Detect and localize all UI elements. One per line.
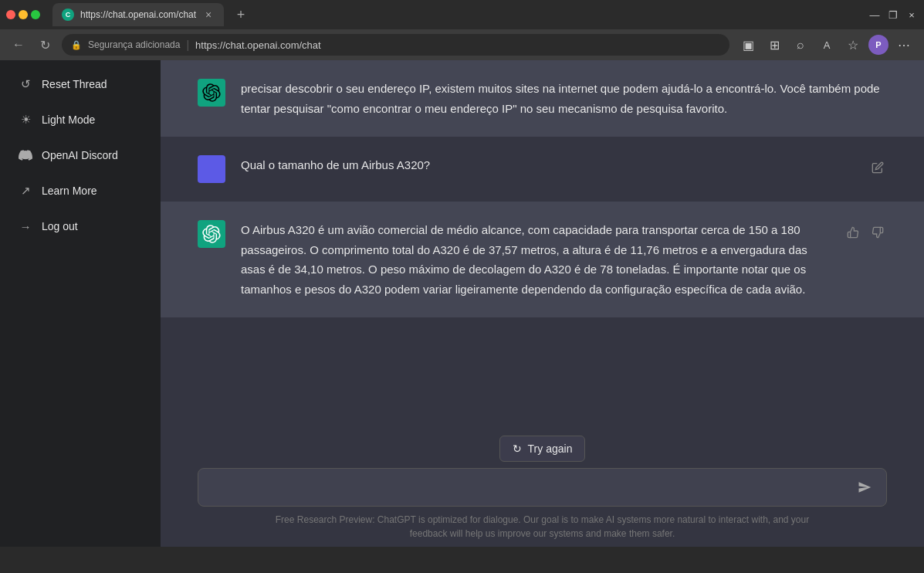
active-tab[interactable]: C https://chat.openai.com/chat × (52, 3, 224, 26)
app-container: ↺ Reset Thread ☀ Light Mode OpenAI Disco… (0, 60, 924, 547)
minimize-button[interactable]: — (868, 8, 881, 21)
sidebar-item-openai-discord[interactable]: OpenAI Discord (6, 139, 154, 171)
divider: | (186, 39, 189, 51)
sidebar-item-learn-more[interactable]: ↗ Learn More (6, 175, 154, 207)
try-again-label: Try again (528, 442, 573, 455)
more-options-btn[interactable]: ⋯ (893, 34, 915, 56)
window-controls (6, 10, 40, 19)
assistant-avatar (198, 220, 225, 248)
tab-favicon: C (62, 8, 74, 21)
browser-titlebar: C https://chat.openai.com/chat × + — ❐ × (0, 0, 924, 29)
bookmark-btn[interactable]: ☆ (842, 34, 864, 56)
user-message-actions (868, 158, 887, 177)
security-label: Segurança adicionada (88, 39, 180, 50)
security-icon: 🔒 (71, 40, 82, 50)
url-text: https://chat.openai.com/chat (195, 39, 321, 51)
edit-message-btn[interactable] (868, 158, 887, 177)
try-again-icon: ↻ (513, 442, 522, 455)
send-button[interactable] (852, 475, 877, 500)
footer-text: Free Research Preview: ChatGPT is optimi… (272, 513, 813, 541)
sidebar-label-reset-thread: Reset Thread (42, 78, 107, 90)
light-mode-icon: ☀ (19, 113, 32, 127)
tab-title: https://chat.openai.com/chat (80, 9, 196, 20)
sidebar-label-light-mode: Light Mode (42, 114, 95, 126)
search-tool-btn[interactable]: ⌕ (790, 34, 811, 56)
address-field[interactable]: 🔒 Segurança adicionada | https://chat.op… (62, 34, 729, 56)
close-window-btn[interactable] (6, 10, 15, 19)
assistant-message-block: O Airbus A320 é um avião comercial de mé… (161, 202, 924, 317)
back-button[interactable]: ← (9, 36, 28, 54)
assistant-message-actions (844, 223, 887, 242)
address-bar: ← ↻ 🔒 Segurança adicionada | https://cha… (0, 29, 924, 60)
sidebar-item-light-mode[interactable]: ☀ Light Mode (6, 103, 154, 136)
chat-scroll[interactable]: precisar descobrir o seu endereço IP, ex… (161, 60, 924, 426)
screenshot-tool-btn[interactable]: ▣ (737, 34, 759, 56)
browser-tools: ▣ ⊞ ⌕ A ☆ P ⋯ (737, 34, 915, 56)
sidebar: ↺ Reset Thread ☀ Light Mode OpenAI Disco… (0, 60, 161, 547)
input-row (198, 468, 887, 507)
sidebar-item-log-out[interactable]: → Log out (6, 210, 154, 242)
try-again-button[interactable]: ↻ Try again (499, 436, 586, 462)
refresh-button[interactable]: ↻ (36, 36, 54, 54)
discord-icon (19, 148, 32, 162)
sidebar-label-log-out: Log out (42, 220, 78, 232)
reset-thread-icon: ↺ (19, 77, 32, 91)
assistant-avatar-truncated (198, 79, 225, 107)
close-button[interactable]: × (905, 8, 918, 21)
tab-close-btn[interactable]: × (202, 8, 215, 21)
maximize-window-btn[interactable] (31, 10, 40, 19)
thumbs-down-btn[interactable] (868, 223, 887, 242)
extensions-btn[interactable]: ⊞ (763, 34, 785, 56)
sidebar-item-reset-thread[interactable]: ↺ Reset Thread (6, 68, 154, 100)
assistant-message-text: O Airbus A320 é um avião comercial de mé… (241, 220, 828, 299)
log-out-icon: → (19, 219, 32, 233)
main-area: precisar descobrir o seu endereço IP, ex… (161, 60, 924, 547)
sidebar-label-openai-discord: OpenAI Discord (42, 149, 118, 161)
new-tab-button[interactable]: + (230, 4, 252, 25)
user-message-block: Qual o tamanho de um Airbus A320? (161, 137, 924, 202)
sidebar-label-learn-more: Learn More (42, 185, 97, 197)
minimize-window-btn[interactable] (19, 10, 28, 19)
user-avatar[interactable]: P (868, 35, 888, 55)
user-message-text: Qual o tamanho de um Airbus A320? (241, 155, 853, 175)
chat-input[interactable] (208, 478, 852, 497)
truncated-message-text: precisar descobrir o seu endereço IP, ex… (241, 79, 887, 118)
user-avatar-chat (198, 155, 225, 183)
thumbs-up-btn[interactable] (844, 223, 862, 242)
maximize-button[interactable]: ❐ (887, 8, 899, 21)
bottom-area: ↻ Try again Free Research Preview: ChatG… (161, 426, 924, 547)
truncated-assistant-message: precisar descobrir o seu endereço IP, ex… (161, 60, 924, 137)
reader-mode-btn[interactable]: A (816, 34, 838, 56)
learn-more-icon: ↗ (19, 184, 32, 198)
